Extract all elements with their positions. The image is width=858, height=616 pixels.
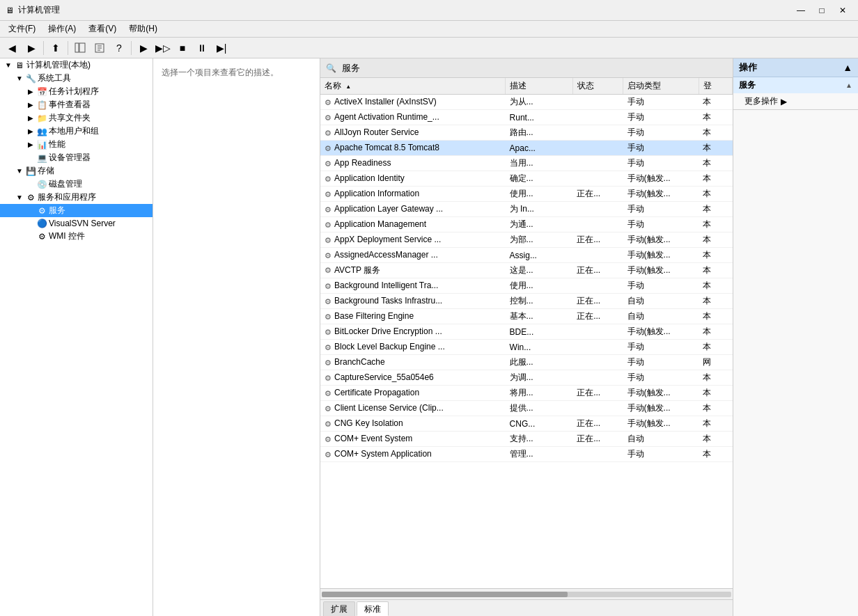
cell-status bbox=[572, 355, 623, 370]
table-row[interactable]: ⚙ Certificate Propagation 将用... 正在... 手动… bbox=[320, 386, 733, 401]
cell-name: ⚙ Client License Service (Clip... bbox=[320, 401, 506, 416]
cell-desc: 此服... bbox=[506, 355, 573, 370]
menu-help[interactable]: 帮助(H) bbox=[123, 22, 163, 36]
users-expand[interactable]: ▶ bbox=[25, 127, 36, 135]
table-row[interactable]: ⚙ Background Intelligent Tra... 使用... 手动… bbox=[320, 278, 733, 294]
h-scroll-thumb[interactable] bbox=[322, 592, 568, 597]
root-expand[interactable]: ▼ bbox=[3, 61, 14, 69]
table-row[interactable]: ⚙ Background Tasks Infrastru... 控制... 正在… bbox=[320, 294, 733, 309]
h-scrollbar[interactable] bbox=[320, 588, 733, 599]
th-status[interactable]: 状态 bbox=[572, 78, 623, 95]
properties-button[interactable] bbox=[91, 40, 109, 56]
restart-button[interactable]: ▶| bbox=[212, 40, 231, 56]
up-button[interactable]: ⬆ bbox=[47, 40, 65, 56]
left-pane: ▼ 🖥 计算机管理(本地) ▼ 🔧 系统工具 ▶ 📅 任务计划程序 ▶ 📋 事件… bbox=[0, 58, 153, 616]
show-hide-console-tree[interactable] bbox=[71, 40, 89, 56]
forward-button[interactable]: ▶ bbox=[22, 40, 40, 56]
table-row[interactable]: ⚙ Base Filtering Engine 基本... 正在... 自动 本 bbox=[320, 309, 733, 324]
table-row[interactable]: ⚙ BranchCache 此服... 手动 网 bbox=[320, 355, 733, 370]
menu-action[interactable]: 操作(A) bbox=[42, 22, 81, 36]
tree-item-diskmgr[interactable]: 💿 磁盘管理 bbox=[0, 177, 153, 191]
wmi-icon: ⚙ bbox=[36, 231, 47, 242]
sys-expand[interactable]: ▼ bbox=[14, 74, 25, 82]
table-row[interactable]: ⚙ App Readiness 当用... 手动 本 bbox=[320, 156, 733, 171]
tree-item-perf[interactable]: ▶ 📊 性能 bbox=[0, 138, 153, 151]
th-desc[interactable]: 描述 bbox=[506, 78, 573, 95]
shared-expand[interactable]: ▶ bbox=[25, 114, 36, 122]
table-row[interactable]: ⚙ AVCTP 服务 这是... 正在... 手动(触发... 本 bbox=[320, 263, 733, 278]
table-row[interactable]: ⚙ Application Management 为通... 手动 本 bbox=[320, 217, 733, 232]
table-row[interactable]: ⚙ COM+ Event System 支持... 正在... 自动 本 bbox=[320, 432, 733, 447]
tree-item-wmi[interactable]: ⚙ WMI 控件 bbox=[0, 230, 153, 243]
table-row[interactable]: ⚙ BitLocker Drive Encryption ... BDE... … bbox=[320, 324, 733, 340]
table-row[interactable]: ⚙ Block Level Backup Engine ... Win... 手… bbox=[320, 340, 733, 355]
storage-label: 存储 bbox=[38, 165, 54, 177]
tree-item-svcapp[interactable]: ▼ ⚙ 服务和应用程序 bbox=[0, 191, 153, 204]
th-startup[interactable]: 启动类型 bbox=[623, 78, 699, 95]
table-row[interactable]: ⚙ Client License Service (Clip... 提供... … bbox=[320, 401, 733, 416]
maximize-button[interactable]: □ bbox=[812, 3, 832, 17]
cell-logon: 本 bbox=[699, 110, 732, 125]
service-gear-icon: ⚙ bbox=[325, 236, 332, 245]
cell-startup: 手动(触发... bbox=[623, 171, 699, 187]
table-row[interactable]: ⚙ COM+ System Application 管理... 手动 本 bbox=[320, 447, 733, 462]
minimize-button[interactable]: — bbox=[791, 3, 811, 17]
tree-item-events[interactable]: ▶ 📋 事件查看器 bbox=[0, 98, 153, 111]
back-button[interactable]: ◀ bbox=[3, 40, 21, 56]
tree-item-sys[interactable]: ▼ 🔧 系统工具 bbox=[0, 72, 153, 85]
tab-standard[interactable]: 标准 bbox=[357, 601, 389, 616]
th-logon[interactable]: 登 bbox=[699, 78, 732, 95]
table-row[interactable]: ⚙ CaptureService_55a054e6 为调... 手动 本 bbox=[320, 370, 733, 386]
tree-item-tasks[interactable]: ▶ 📅 任务计划程序 bbox=[0, 85, 153, 98]
table-row[interactable]: ⚙ Agent Activation Runtime_... Runt... 手… bbox=[320, 110, 733, 125]
cell-startup: 手动 bbox=[623, 278, 699, 294]
help-button[interactable]: ? bbox=[110, 40, 128, 56]
tree-item-shared[interactable]: ▶ 📁 共享文件夹 bbox=[0, 111, 153, 125]
action-item-more[interactable]: 更多操作 ▶ bbox=[733, 93, 858, 109]
table-row[interactable]: ⚙ Apache Tomcat 8.5 Tomcat8 Apac... 手动 本 bbox=[320, 141, 733, 156]
action-section-services-header[interactable]: 服务 ▲ bbox=[733, 77, 858, 93]
service-gear-icon: ⚙ bbox=[325, 389, 332, 398]
table-row[interactable]: ⚙ Application Information 使用... 正在... 手动… bbox=[320, 187, 733, 202]
play-step-button[interactable]: ▶▷ bbox=[154, 40, 172, 56]
menu-view[interactable]: 查看(V) bbox=[83, 22, 122, 36]
perf-expand[interactable]: ▶ bbox=[25, 141, 36, 148]
action-pane-expand[interactable]: ▲ bbox=[843, 62, 852, 73]
th-name[interactable]: 名称 ▲ bbox=[320, 78, 506, 95]
app-icon: 🖥 bbox=[6, 6, 14, 15]
table-row[interactable]: ⚙ Application Layer Gateway ... 为 In... … bbox=[320, 202, 733, 217]
play-button[interactable]: ▶ bbox=[134, 40, 153, 56]
cell-startup: 手动(触发... bbox=[623, 232, 699, 248]
table-row[interactable]: ⚙ AllJoyn Router Service 路由... 手动 本 bbox=[320, 125, 733, 141]
table-row[interactable]: ⚙ ActiveX Installer (AxInstSV) 为从... 手动 … bbox=[320, 95, 733, 110]
svcapp-label: 服务和应用程序 bbox=[38, 191, 96, 203]
table-row[interactable]: ⚙ AppX Deployment Service ... 为部... 正在..… bbox=[320, 232, 733, 248]
table-row[interactable]: ⚙ CNG Key Isolation CNG... 正在... 手动(触发..… bbox=[320, 416, 733, 432]
toolbar: ◀ ▶ ⬆ ? ▶ ▶▷ ■ ⏸ ▶| bbox=[0, 38, 858, 58]
tree-item-storage[interactable]: ▼ 💾 存储 bbox=[0, 164, 153, 177]
pause-button[interactable]: ⏸ bbox=[193, 40, 211, 56]
tasks-expand[interactable]: ▶ bbox=[25, 88, 36, 95]
menu-file[interactable]: 文件(F) bbox=[3, 22, 41, 36]
table-row[interactable]: ⚙ Application Identity 确定... 手动(触发... 本 bbox=[320, 171, 733, 187]
cell-status bbox=[572, 401, 623, 416]
events-expand[interactable]: ▶ bbox=[25, 101, 36, 109]
action-pane-header: 操作 ▲ bbox=[733, 58, 858, 77]
tree-item-services[interactable]: ⚙ 服务 bbox=[0, 204, 153, 217]
svcapp-expand[interactable]: ▼ bbox=[14, 194, 25, 201]
tree-item-devmgr[interactable]: 💻 设备管理器 bbox=[0, 151, 153, 164]
cell-logon: 本 bbox=[699, 386, 732, 401]
cell-startup: 手动 bbox=[623, 202, 699, 217]
cell-status bbox=[572, 278, 623, 294]
close-button[interactable]: ✕ bbox=[833, 3, 852, 17]
tree-item-visualsvn[interactable]: 🔵 VisualSVN Server bbox=[0, 217, 153, 230]
tree-item-localusers[interactable]: ▶ 👥 本地用户和组 bbox=[0, 125, 153, 138]
cell-name: ⚙ App Readiness bbox=[320, 156, 506, 171]
tab-expand[interactable]: 扩展 bbox=[323, 601, 355, 616]
services-table[interactable]: 名称 ▲ 描述 状态 启动类型 bbox=[320, 78, 733, 588]
h-scroll-track[interactable] bbox=[322, 592, 731, 597]
storage-expand[interactable]: ▼ bbox=[14, 167, 25, 175]
table-row[interactable]: ⚙ AssignedAccessManager ... Assig... 手动(… bbox=[320, 248, 733, 263]
stop-button[interactable]: ■ bbox=[173, 40, 192, 56]
tree-root[interactable]: ▼ 🖥 计算机管理(本地) bbox=[0, 58, 153, 72]
